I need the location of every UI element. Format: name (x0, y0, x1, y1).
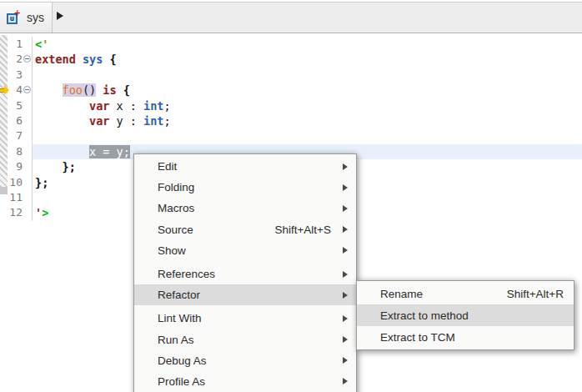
menu-item-edit[interactable]: Edit (134, 156, 356, 177)
menu-item-refactor[interactable]: Refactor (134, 284, 356, 305)
annotation-gutter (0, 83, 9, 98)
code-line-4[interactable]: 4 foo() is { (0, 83, 582, 98)
collapse-icon[interactable] (23, 86, 31, 93)
submenu-arrow-icon (343, 336, 348, 343)
menu-item-profile-as[interactable]: Profile As (134, 371, 356, 392)
menu-item-label: Lint With (158, 312, 343, 324)
code-text: <' (33, 37, 582, 52)
fold-gutter (23, 190, 33, 205)
token (35, 114, 89, 128)
editor-context-menu: Edit Folding Macros SourceShift+Alt+S Sh… (133, 153, 357, 392)
token: int (143, 99, 163, 113)
code-text: var x : int; (33, 98, 582, 113)
submenu-arrow-icon (343, 315, 348, 322)
fold-gutter (23, 52, 33, 67)
annotation-gutter (0, 52, 9, 67)
fold-gutter (23, 98, 33, 113)
fold-gutter (23, 159, 33, 174)
line-number: 8 (9, 144, 23, 159)
menu-item-extract-to-tcm[interactable]: Extract to TCM (357, 326, 574, 348)
e-unit-file-icon: u + (7, 12, 19, 24)
code-text: extend sys { (33, 52, 582, 67)
tab-title: sys (27, 11, 44, 24)
fold-gutter (23, 175, 33, 190)
token: foo (63, 83, 83, 97)
menu-item-source[interactable]: SourceShift+Alt+S (134, 219, 356, 240)
menu-item-label: Macros (158, 202, 343, 214)
annotation-gutter (0, 68, 9, 83)
line-number: 6 (9, 113, 23, 128)
token: x : (109, 99, 143, 113)
menu-item-accelerator: Shift+Alt+S (274, 224, 343, 236)
token (35, 145, 89, 158)
menu-item-lint-with[interactable]: Lint With (134, 308, 356, 329)
submenu-arrow-icon (343, 205, 348, 212)
annotation-gutter (0, 37, 9, 52)
menu-item-macros[interactable]: Macros (134, 198, 356, 219)
code-line-2[interactable]: 2 extend sys { (0, 52, 582, 67)
token: ' (42, 38, 48, 51)
menu-item-debug-as[interactable]: Debug As (134, 350, 356, 371)
token: ; (163, 99, 170, 113)
fold-gutter (23, 68, 33, 83)
token: var (89, 114, 109, 128)
token: () (83, 83, 96, 97)
code-line-3[interactable]: 3 (0, 68, 582, 83)
annotation-gutter (0, 159, 9, 174)
menu-item-label: Edit (158, 160, 343, 173)
occurrence-highlight: foo() (63, 83, 97, 97)
line-number: 9 (9, 159, 23, 174)
token: }; (35, 160, 76, 173)
annotation-gutter (0, 175, 9, 190)
menu-separator (134, 306, 356, 307)
menu-item-rename[interactable]: RenameShift+Alt+R (357, 283, 574, 304)
token: extend (35, 53, 76, 66)
line-number: 11 (9, 190, 23, 205)
text-selection: x = y; (89, 145, 130, 158)
code-line-1[interactable]: 1 <' (0, 37, 582, 52)
menu-separator (134, 262, 356, 263)
line-number: 5 (9, 98, 23, 113)
code-line-5[interactable]: 5 var x : int; (0, 98, 582, 113)
submenu-arrow-icon (343, 247, 348, 254)
code-line-7[interactable]: 7 (0, 128, 582, 143)
code-text: var y : int; (33, 113, 582, 128)
modified-overlay-icon: + (14, 9, 21, 18)
annotation-gutter (0, 128, 9, 143)
token: int (143, 114, 163, 128)
menu-item-run-as[interactable]: Run As (134, 329, 356, 350)
menu-item-references[interactable]: References (134, 264, 356, 284)
menu-item-accelerator: Shift+Alt+R (507, 288, 564, 300)
token: { (103, 53, 116, 66)
line-number: 12 (9, 205, 23, 220)
token: > (42, 206, 48, 219)
code-text (33, 68, 582, 83)
token: { (117, 83, 130, 97)
submenu-arrow-icon (343, 378, 348, 384)
menu-item-show[interactable]: Show (134, 240, 356, 261)
menu-item-label: Run As (158, 334, 343, 346)
menu-item-label: Refactor (158, 289, 343, 301)
chevron-right-icon[interactable] (57, 12, 63, 20)
menu-item-folding[interactable]: Folding (134, 177, 356, 198)
editor-tab-bar: u + sys (0, 0, 582, 33)
token (35, 99, 89, 113)
annotation-gutter (0, 98, 9, 113)
fold-gutter (23, 144, 33, 159)
line-number: 10 (9, 175, 23, 190)
token: ; (163, 114, 170, 128)
tab-sys[interactable]: u + sys (0, 3, 53, 33)
submenu-arrow-icon (343, 271, 348, 278)
code-line-6[interactable]: 6 var y : int; (0, 113, 582, 128)
menu-item-label: Source (158, 224, 274, 236)
code-text: foo() is { (33, 83, 582, 98)
menu-item-extract-to-method[interactable]: Extract to method (357, 304, 574, 326)
annotation-gutter (0, 190, 9, 205)
token: y : (109, 114, 143, 128)
submenu-arrow-icon (343, 184, 348, 191)
token (76, 53, 83, 66)
fold-gutter (23, 205, 33, 220)
collapse-icon[interactable] (23, 55, 31, 63)
menu-item-label: Extract to method (380, 309, 564, 322)
menu-item-label: Debug As (158, 354, 343, 367)
